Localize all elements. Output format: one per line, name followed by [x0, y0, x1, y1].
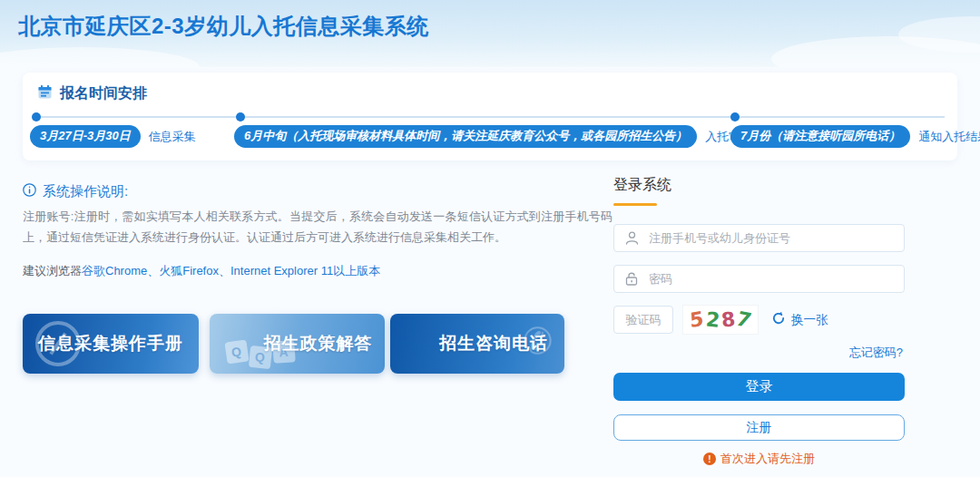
captcha-image[interactable]: 5 2 8 7: [682, 305, 759, 335]
password-input[interactable]: [649, 266, 904, 292]
system-instructions-body: 注册账号:注册时，需如实填写本人相关联系方式。当提交后，系统会自动发送一条短信认…: [23, 206, 612, 248]
timeline-date-badge: 7月份（请注意接听园所电话）: [730, 125, 910, 148]
forgot-password-link[interactable]: 忘记密码?: [849, 345, 903, 361]
captcha-digit: 2: [704, 307, 720, 331]
warning-icon: !: [703, 453, 716, 465]
captcha-refresh-label: 换一张: [791, 312, 828, 328]
page: 北京市延庆区2-3岁幼儿入托信息采集系统 报名时间安排 3月27日-3月30日 …: [0, 0, 980, 477]
system-instructions-label: 系统操作说明:: [43, 183, 128, 200]
info-circle-icon: [23, 183, 36, 200]
browser-recommendation: 建议浏览器谷歌Chrome、火狐Firefox、Internet Explore…: [23, 263, 380, 279]
timeline-line: [35, 116, 945, 118]
username-input[interactable]: [649, 225, 904, 251]
policy-qa-button[interactable]: Q Q A 招生政策解答: [210, 314, 385, 374]
captcha-digit: 7: [734, 307, 755, 332]
username-field-wrapper: [613, 224, 905, 252]
schedule-heading-label: 报名时间安排: [60, 84, 147, 103]
consult-phone-button[interactable]: ✆ 招生咨询电话: [390, 314, 564, 374]
timeline-stage-label: 信息采集: [149, 129, 196, 145]
login-panel: 登录系统 5 2 8 7: [613, 176, 905, 206]
timeline-dot: [730, 112, 740, 122]
manual-button-label: 信息采集操作手册: [38, 332, 183, 355]
captcha-field-wrapper: [613, 306, 673, 334]
login-heading: 登录系统: [613, 176, 905, 195]
schedule-heading: 报名时间安排: [37, 84, 147, 103]
captcha-digit: 5: [690, 307, 705, 333]
cloud-decoration: [0, 47, 200, 67]
manual-button[interactable]: 信息采集操作手册: [23, 314, 199, 374]
timeline-stage-label: 通知入托结果: [918, 129, 980, 145]
calendar-icon: [37, 84, 53, 103]
password-field-wrapper: [613, 265, 905, 293]
first-time-notice: ! 首次进入请先注册: [613, 451, 905, 467]
timeline-item: 3月27日-3月30日 信息采集: [30, 125, 196, 148]
timeline-dot: [32, 112, 41, 122]
captcha-refresh-link[interactable]: 换一张: [771, 311, 828, 329]
qa-cube-icon: Q: [224, 339, 249, 364]
first-time-notice-label: 首次进入请先注册: [720, 451, 815, 467]
captcha-input[interactable]: [614, 307, 672, 333]
captcha-row: 5 2 8 7 换一张: [613, 305, 905, 335]
system-instructions-heading: 系统操作说明:: [23, 183, 128, 200]
consult-phone-button-label: 招生咨询电话: [439, 332, 548, 355]
header-banner: 北京市延庆区2-3岁幼儿入托信息采集系统: [0, 0, 980, 67]
timeline-item: 6月中旬（入托现场审核材料具体时间，请关注延庆教育公众号，或各园所招生公告） 入…: [234, 125, 752, 148]
page-title: 北京市延庆区2-3岁幼儿入托信息采集系统: [18, 12, 429, 41]
browser-list-link[interactable]: 谷歌Chrome、火狐Firefox、Internet Explorer 11以…: [82, 264, 380, 277]
login-button[interactable]: 登录: [613, 373, 905, 401]
timeline-date-badge: 6月中旬（入托现场审核材料具体时间，请关注延庆教育公众号，或各园所招生公告）: [234, 125, 697, 148]
register-button[interactable]: 注册: [613, 414, 905, 441]
policy-qa-button-label: 招生政策解答: [264, 332, 373, 355]
user-icon: [614, 230, 649, 246]
enrollment-schedule-card: 报名时间安排 3月27日-3月30日 信息采集 6月中旬（入托现场审核材料具体时…: [23, 73, 957, 161]
lock-icon: [614, 271, 649, 287]
browser-recommendation-prefix: 建议浏览器: [23, 264, 82, 277]
refresh-icon: [771, 311, 786, 329]
timeline-date-badge: 3月27日-3月30日: [30, 125, 141, 148]
timeline-item: 7月份（请注意接听园所电话） 通知入托结果: [730, 125, 980, 148]
timeline-dot: [236, 112, 245, 122]
login-heading-underline: [613, 203, 657, 206]
